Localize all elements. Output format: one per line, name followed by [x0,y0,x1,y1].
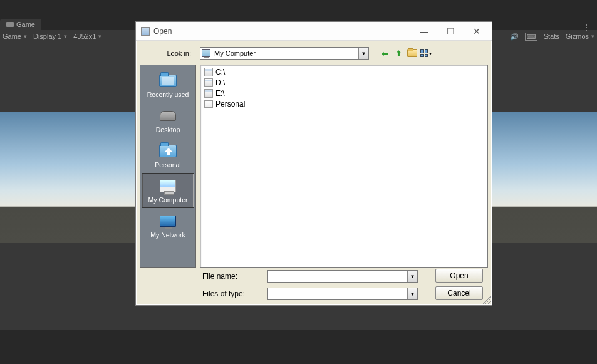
new-folder-button[interactable] [407,48,418,59]
folder-icon [204,100,213,108]
panes-icon [420,49,428,57]
up-button[interactable]: ⬆ [393,48,404,59]
titlebar[interactable]: Open — ☐ ✕ [136,22,492,41]
window-title: Open [153,27,172,36]
computer-icon [202,49,210,57]
maximize-button[interactable]: ☐ [444,26,457,36]
filetype-label: Files of type: [202,289,262,298]
tab-label: Game [16,21,35,28]
keyboard-icon[interactable]: ⌨ [525,33,537,41]
home-folder-icon [159,145,177,157]
game-dropdown[interactable]: Game [3,33,27,40]
folder-icon [159,75,177,87]
lookin-combo[interactable]: My Computer ▼ [200,47,369,60]
minimize-button[interactable]: — [418,26,430,36]
audio-icon[interactable]: 🔊 [510,33,519,41]
display-dropdown[interactable]: Display 1 [33,33,67,40]
chevron-down-icon[interactable]: ▼ [407,271,417,282]
place-recently-used[interactable]: Recently used [142,68,194,103]
cancel-button[interactable]: Cancel [435,286,483,300]
folder-icon [407,49,417,57]
unity-bottom [0,330,597,364]
tab-game[interactable]: Game [0,19,41,30]
app-icon [141,27,150,36]
lookin-row: Look in: My Computer ▼ ⬅ ⬆ [140,44,488,65]
open-dialog: Open — ☐ ✕ Look in: My Computer ▼ ⬅ ⬆ [135,21,492,306]
chevron-down-icon[interactable]: ▼ [407,288,417,299]
resize-grip[interactable] [483,296,491,304]
place-personal[interactable]: Personal [142,138,194,173]
list-item[interactable]: D:\ [203,78,485,88]
open-button[interactable]: Open [435,269,483,283]
filename-input[interactable]: ▼ [267,270,418,283]
resolution-dropdown[interactable]: 4352x1 [73,33,101,40]
drive-icon [204,68,213,76]
list-item[interactable]: Personal [203,99,485,109]
unity-top [0,0,597,19]
chevron-down-icon[interactable]: ▼ [358,48,368,59]
network-icon [160,216,176,227]
back-button[interactable]: ⬅ [379,48,390,59]
computer-icon [160,180,176,192]
list-item[interactable]: E:\ [203,88,485,98]
place-my-computer[interactable]: My Computer [142,173,194,208]
place-my-network[interactable]: My Network [142,208,194,243]
list-item[interactable]: C:\ [203,67,485,77]
lookin-label: Look in: [142,49,196,57]
lookin-value: My Computer [214,49,256,57]
panel-menu-icon[interactable]: ⋮ [582,23,591,33]
stats-button[interactable]: Stats [544,33,559,40]
game-icon [6,22,14,27]
place-desktop[interactable]: Desktop [142,103,194,138]
filename-label: File name: [202,272,262,281]
desktop-icon [160,111,176,121]
file-list[interactable]: C:\ D:\ E:\ Personal [200,65,488,268]
view-mode-button[interactable] [420,48,432,59]
close-button[interactable]: ✕ [470,26,483,36]
filetype-combo[interactable]: ▼ [267,288,418,300]
gizmos-dropdown[interactable]: Gizmos [566,33,594,40]
drive-icon [204,78,213,87]
drive-icon [204,89,213,98]
places-bar: Recently used Desktop Personal My Comput… [140,65,196,268]
